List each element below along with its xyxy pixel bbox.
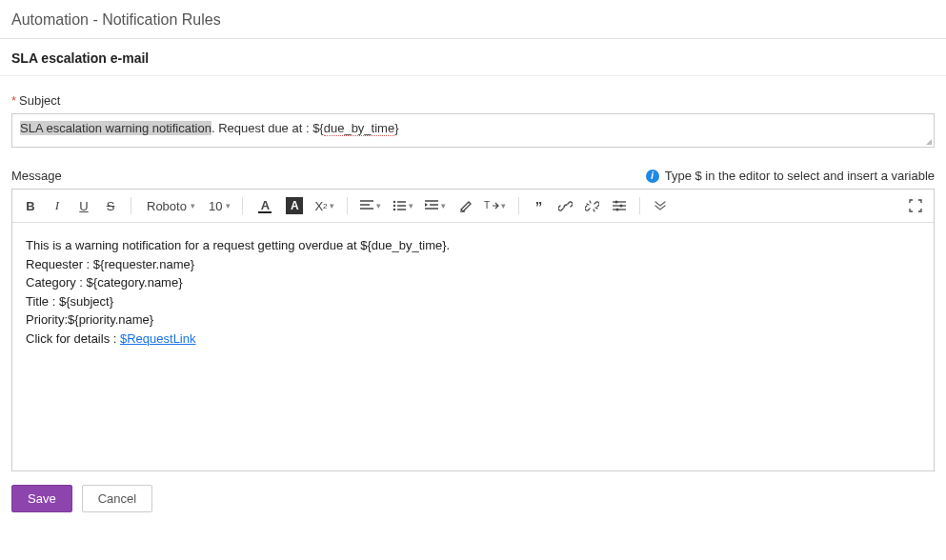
body-line: Priority:${priority.name}	[26, 310, 920, 330]
toolbar-separator	[131, 197, 131, 214]
underline-button[interactable]: U	[71, 193, 96, 218]
info-icon: i	[646, 170, 659, 183]
subject-text-mid: . Request due at : ${	[211, 121, 324, 135]
toolbar-separator	[242, 197, 243, 214]
subject-text-end: }	[394, 121, 398, 135]
bold-button[interactable]: B	[18, 193, 43, 218]
unlink-button[interactable]	[580, 193, 605, 218]
direction-button[interactable]: T ▾	[479, 193, 511, 218]
body-line: Requester : ${requester.name}	[26, 255, 920, 274]
body-line: Category : ${category.name}	[26, 273, 920, 292]
page-title: Automation - Notification Rules	[0, 0, 946, 39]
editor-toolbar: B I U S Roboto▾ 10▾ A A X2 ▾ ▾	[12, 190, 934, 223]
svg-point-4	[392, 205, 394, 207]
svg-point-5	[392, 209, 394, 210]
subject-highlight: SLA escalation warning notification	[20, 121, 211, 135]
rich-text-editor: B I U S Roboto▾ 10▾ A A X2 ▾ ▾	[11, 189, 935, 471]
fullscreen-button[interactable]	[903, 193, 928, 218]
text-color-button[interactable]: A	[251, 193, 279, 218]
svg-marker-12	[425, 203, 428, 207]
indent-button[interactable]: ▾	[420, 193, 451, 218]
request-link[interactable]: $RequestLink	[120, 331, 196, 346]
svg-text:T: T	[484, 200, 490, 210]
quote-button[interactable]: ”	[527, 193, 552, 218]
font-family-select[interactable]: Roboto▾	[139, 193, 199, 218]
svg-point-3	[392, 201, 394, 203]
list-button[interactable]: ▾	[388, 193, 418, 218]
toolbar-separator	[518, 197, 519, 214]
superscript-button[interactable]: X2 ▾	[310, 193, 338, 218]
svg-point-20	[615, 209, 618, 211]
body-line: This is a warning notification for a req…	[26, 236, 920, 255]
font-size-select[interactable]: 10▾	[201, 193, 234, 218]
more-button[interactable]	[648, 193, 673, 218]
editor-body[interactable]: This is a warning notification for a req…	[12, 223, 934, 470]
save-button[interactable]: Save	[11, 485, 72, 512]
align-button[interactable]: ▾	[355, 193, 386, 218]
message-label: Message	[11, 169, 62, 183]
svg-point-18	[614, 201, 617, 204]
toolbar-separator	[347, 197, 348, 214]
body-line: Click for details : $RequestLink	[26, 330, 920, 349]
subject-input[interactable]: SLA escalation warning notification. Req…	[11, 113, 935, 148]
body-line: Title : ${subject}	[26, 292, 920, 311]
link-button[interactable]	[554, 193, 578, 218]
subject-label: *Subject	[11, 93, 935, 108]
settings-button[interactable]	[607, 193, 632, 218]
cancel-button[interactable]: Cancel	[82, 485, 152, 512]
variable-hint: i Type $ in the editor to select and ins…	[646, 169, 935, 183]
resize-handle[interactable]	[924, 137, 932, 145]
svg-point-19	[619, 205, 622, 208]
bg-color-button[interactable]: A	[281, 193, 308, 218]
clear-format-button[interactable]	[453, 193, 477, 218]
toolbar-separator	[639, 197, 640, 214]
section-title: SLA escalation e-mail	[0, 39, 946, 76]
subject-variable: due_by_time	[324, 121, 394, 136]
italic-button[interactable]: I	[45, 193, 70, 218]
strikethrough-button[interactable]: S	[98, 193, 123, 218]
